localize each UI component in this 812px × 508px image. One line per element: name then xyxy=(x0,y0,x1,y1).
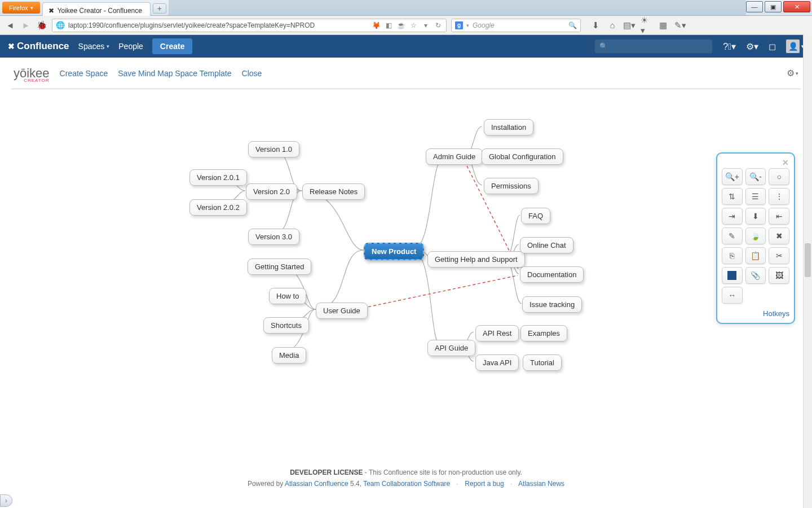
node-api-rest[interactable]: API Rest xyxy=(475,325,519,341)
link-button[interactable]: ↔ xyxy=(722,287,743,304)
link-report-bug[interactable]: Report a bug xyxy=(465,480,504,488)
addon3-icon[interactable]: ☀▾ xyxy=(641,20,652,31)
leaf-button[interactable]: 🍃 xyxy=(745,227,766,244)
confluence-logo[interactable]: Confluence xyxy=(8,41,69,52)
addon2-icon[interactable]: ◧ xyxy=(384,21,393,30)
attach-button[interactable]: 📎 xyxy=(745,267,766,284)
node-documentation[interactable]: Documentation xyxy=(520,266,584,283)
zoom-reset-button[interactable]: ○ xyxy=(769,168,789,185)
download-button[interactable]: ⬇ xyxy=(745,208,766,225)
link-create-space[interactable]: Create Space xyxy=(60,69,108,78)
confluence-search[interactable] xyxy=(594,39,713,54)
node-help-support[interactable]: Getting Help and Support xyxy=(427,251,525,268)
scrollbar-thumb[interactable] xyxy=(805,243,811,277)
link-team-collab[interactable]: Team Collaboration Software xyxy=(363,480,450,488)
tabstrip-bg xyxy=(169,0,746,15)
image-button[interactable]: 🖼 xyxy=(769,267,789,284)
powered-label: Powered by xyxy=(248,480,285,488)
layout-list-button[interactable]: ☰ xyxy=(745,188,766,205)
home-icon[interactable]: ⌂ xyxy=(607,20,618,31)
gear-icon[interactable]: ⚙▾ xyxy=(746,41,758,52)
panel-close-icon[interactable]: × xyxy=(782,157,788,169)
bookmarks-icon[interactable]: ▤▾ xyxy=(624,20,635,31)
yoikee-gear-icon[interactable]: ⚙ xyxy=(787,68,798,78)
globe-icon: 🌐 xyxy=(56,21,65,29)
forward-button[interactable]: ► xyxy=(20,20,32,31)
link-close[interactable]: Close xyxy=(242,69,262,78)
node-how-to[interactable]: How to xyxy=(269,288,306,304)
url-bar[interactable]: 🌐 laptop:1990/confluence/plugins/servlet… xyxy=(52,19,447,32)
node-shortcuts[interactable]: Shortcuts xyxy=(263,317,309,334)
google-icon: g xyxy=(455,21,463,29)
node-api-guide[interactable]: API Guide xyxy=(427,340,475,356)
addon5-icon[interactable]: ✎▾ xyxy=(674,20,686,31)
java-icon[interactable]: ☕ xyxy=(396,21,405,30)
back-button[interactable]: ◄ xyxy=(5,20,16,31)
node-tutorial[interactable]: Tutorial xyxy=(523,354,562,371)
window-titlebar: Firefox ✖ Yoikee Creator - Confluence + … xyxy=(0,0,812,16)
firebug-icon[interactable]: 🐞 xyxy=(36,20,47,31)
zoom-in-button[interactable]: 🔍+ xyxy=(722,168,743,185)
browser-tab[interactable]: ✖ Yoikee Creator - Confluence xyxy=(42,2,151,16)
node-release-notes[interactable]: Release Notes xyxy=(302,183,365,200)
inbox-icon[interactable]: ◻ xyxy=(769,41,776,52)
node-getting-started[interactable]: Getting Started xyxy=(248,259,311,275)
addon4-icon[interactable]: ▦ xyxy=(657,20,669,31)
addon-chevron-icon[interactable]: › xyxy=(0,494,12,507)
minimize-button[interactable]: — xyxy=(746,1,763,12)
addon1-icon[interactable]: 🦊 xyxy=(372,21,381,30)
link-save-template[interactable]: Save Mind Map Space Template xyxy=(118,69,231,78)
search-bar[interactable]: g ▾ Google 🔍 xyxy=(451,19,581,32)
scrollbar[interactable] xyxy=(803,34,812,508)
node-v10[interactable]: Version 1.0 xyxy=(248,141,299,157)
zoom-out-button[interactable]: 🔍- xyxy=(745,168,766,185)
layout-tree-button[interactable]: ⇅ xyxy=(722,188,743,205)
license-label: DEVELOPER LICENSE xyxy=(290,468,363,476)
node-v20[interactable]: Version 2.0 xyxy=(246,183,297,200)
link-atlassian-confluence[interactable]: Atlassian Confluence xyxy=(285,480,348,488)
new-tab-button[interactable]: + xyxy=(153,3,166,14)
search-go-icon[interactable]: 🔍 xyxy=(568,21,577,29)
reload-icon[interactable]: ↻ xyxy=(434,21,443,30)
node-admin-guide[interactable]: Admin Guide xyxy=(426,148,483,165)
node-user-guide[interactable]: User Guide xyxy=(316,303,368,319)
hotkeys-link[interactable]: Hotkeys xyxy=(763,309,789,318)
link-atlassian-news[interactable]: Atlassian News xyxy=(518,480,564,488)
firefox-menu-button[interactable]: Firefox xyxy=(2,2,40,14)
node-v201[interactable]: Version 2.0.1 xyxy=(189,169,247,186)
maximize-button[interactable]: ▣ xyxy=(765,1,782,12)
yoikee-logo: yōikeeCREATOR xyxy=(14,66,50,81)
node-permissions[interactable]: Permissions xyxy=(484,178,539,194)
node-v202[interactable]: Version 2.0.2 xyxy=(189,199,247,216)
nav-people[interactable]: People xyxy=(118,42,143,51)
import-button[interactable]: ⇤ xyxy=(769,208,789,225)
node-examples[interactable]: Examples xyxy=(520,325,567,341)
help-icon[interactable]: ?⃝▾ xyxy=(723,41,736,52)
cut-button[interactable]: ✂ xyxy=(769,247,789,264)
node-issue-tracking[interactable]: Issue tracking xyxy=(522,296,582,313)
node-installation[interactable]: Installation xyxy=(484,119,533,135)
browser-toolbar: ◄ ► 🐞 🌐 laptop:1990/confluence/plugins/s… xyxy=(0,16,812,35)
nav-spaces[interactable]: Spaces xyxy=(78,42,110,51)
node-online-chat[interactable]: Online Chat xyxy=(520,237,573,253)
node-java-api[interactable]: Java API xyxy=(475,354,519,371)
delete-button[interactable]: ✖ xyxy=(769,227,789,244)
node-media[interactable]: Media xyxy=(272,347,306,364)
user-avatar-icon[interactable]: 👤 xyxy=(786,40,800,53)
color-button[interactable] xyxy=(722,267,743,284)
layout-dots-button[interactable]: ⋮ xyxy=(769,188,789,205)
node-faq[interactable]: FAQ xyxy=(521,208,550,224)
close-window-button[interactable]: ✕ xyxy=(783,1,810,12)
paste-button[interactable]: 📋 xyxy=(745,247,766,264)
edit-button[interactable]: ✎ xyxy=(722,227,743,244)
node-global-config[interactable]: Global Configuration xyxy=(482,148,563,165)
bookmark-star-icon[interactable]: ☆ xyxy=(409,21,418,30)
dropdown-icon[interactable]: ▾ xyxy=(421,21,430,30)
copy-button[interactable]: ⎘ xyxy=(722,247,743,264)
nav-create-button[interactable]: Create xyxy=(152,38,193,54)
mindmap-canvas[interactable]: New Product Release Notes Version 1.0 Ve… xyxy=(0,89,812,433)
node-v30[interactable]: Version 3.0 xyxy=(248,229,299,245)
downloads-icon[interactable]: ⬇ xyxy=(590,20,601,31)
export-button[interactable]: ⇥ xyxy=(722,208,743,225)
node-root[interactable]: New Product xyxy=(364,243,424,260)
